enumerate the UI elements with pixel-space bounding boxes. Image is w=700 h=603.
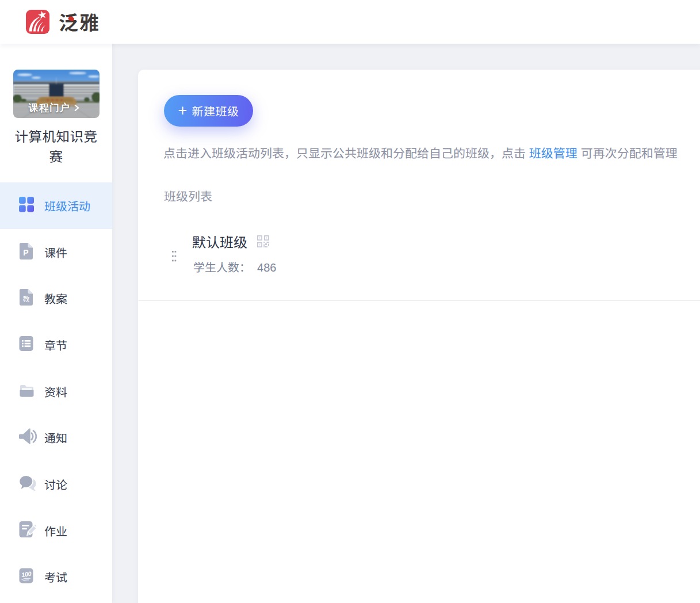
svg-text:P: P <box>23 247 28 257</box>
svg-text:教: 教 <box>22 293 29 303</box>
svg-text:100: 100 <box>21 570 32 578</box>
